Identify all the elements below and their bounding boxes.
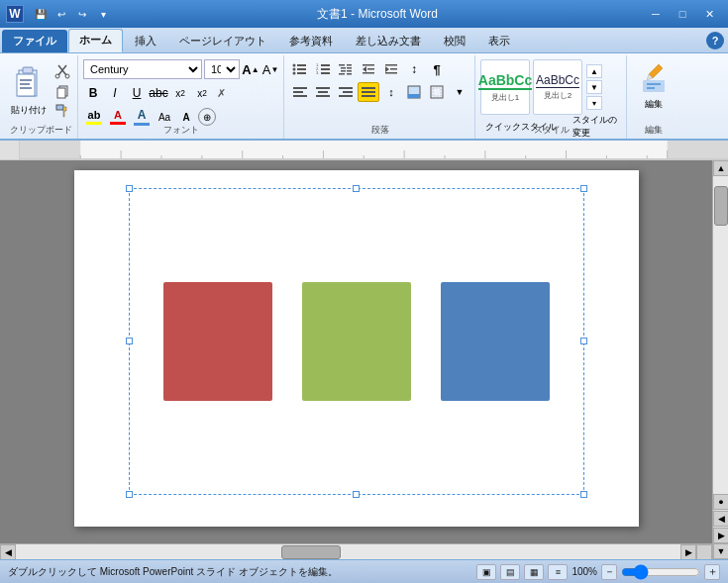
save-quick-btn[interactable]: 💾 [32, 6, 50, 22]
copy-button[interactable] [52, 82, 73, 100]
scroll-prev-page-button[interactable]: ◀ [713, 511, 728, 527]
para-row1: 1.2.3. ↕ ¶ [289, 59, 470, 79]
tab-file[interactable]: ファイル [2, 30, 67, 52]
minimize-button[interactable]: ─ [643, 4, 669, 24]
scroll-select-browse-object-button[interactable]: ● [713, 494, 728, 510]
increase-indent-button[interactable] [380, 59, 402, 79]
view-fullscreen-button[interactable]: ▤ [500, 564, 520, 580]
underline-button[interactable]: U [127, 83, 147, 103]
svg-rect-38 [390, 68, 397, 70]
bold-button[interactable]: B [83, 83, 103, 103]
paragraph-group: 1.2.3. ↕ ¶ [285, 55, 475, 139]
scroll-left-button[interactable]: ◀ [0, 544, 16, 560]
maximize-button[interactable]: □ [670, 4, 695, 24]
editing-button[interactable]: 編集 [632, 57, 676, 113]
align-right-button[interactable] [335, 82, 357, 102]
bullet-list-button[interactable] [289, 59, 311, 79]
multilevel-list-button[interactable] [335, 59, 357, 79]
shading-button[interactable] [403, 82, 425, 102]
undo-quick-btn[interactable]: ↩ [52, 6, 70, 22]
svg-rect-45 [316, 95, 330, 97]
zoom-level-text: 100% [572, 566, 597, 577]
align-left-button[interactable] [289, 82, 311, 102]
svg-rect-42 [293, 95, 307, 97]
scroll-next-page-button[interactable]: ▶ [713, 528, 728, 543]
svg-rect-24 [339, 64, 345, 66]
quick-style-1[interactable]: AaBbCc 見出し1 [480, 59, 530, 115]
strikethrough-button[interactable]: abc [149, 83, 168, 103]
view-web-button[interactable]: ▦ [524, 564, 544, 580]
styles-group: AaBbCc 見出し1 AaBbCc 見出し2 ▲ ▼ ▾ クイックスタイル ス… [476, 55, 627, 139]
svg-rect-1 [23, 67, 33, 73]
tab-mailings[interactable]: 差し込み文書 [345, 30, 432, 52]
font-row1: Century 10 A▲ A▼ [83, 59, 279, 79]
vertical-scroll-track[interactable] [713, 176, 728, 494]
show-hide-button[interactable]: ¶ [426, 59, 448, 79]
shapes-container [129, 188, 584, 495]
svg-rect-51 [362, 95, 375, 97]
scroll-up-button[interactable]: ▲ [713, 160, 728, 176]
svg-rect-43 [316, 87, 330, 89]
svg-marker-36 [385, 66, 389, 72]
paragraph-expand-button[interactable]: ▼ [449, 82, 470, 102]
styles-gallery: AaBbCc 見出し1 AaBbCc 見出し2 [480, 59, 582, 115]
svg-rect-40 [293, 87, 307, 89]
status-bar: ダブルクリックして Microsoft PowerPoint スライド オブジェ… [0, 559, 728, 583]
view-print-button[interactable]: ▣ [476, 564, 496, 580]
svg-rect-49 [362, 87, 375, 89]
close-button[interactable]: ✕ [696, 4, 722, 24]
svg-rect-21 [321, 64, 330, 66]
decrease-font-size-button[interactable]: A▼ [261, 60, 279, 78]
line-spacing-button[interactable]: ↕ [380, 82, 402, 102]
scroll-down-button[interactable]: ▼ [713, 543, 728, 559]
quick-style-2[interactable]: AaBbCc 見出し2 [533, 59, 582, 115]
red-rectangle [163, 282, 272, 401]
format-painter-button[interactable] [52, 102, 73, 120]
main-area: ◀ ▶ ▲ ● ◀ ▶ ▼ [0, 160, 728, 559]
green-rectangle [302, 282, 411, 401]
svg-rect-23 [321, 72, 330, 74]
zoom-slider[interactable] [621, 566, 700, 578]
view-draft-button[interactable]: ≡ [548, 564, 568, 580]
styles-scroll-up[interactable]: ▲ [586, 64, 602, 78]
horizontal-scroll-track[interactable] [16, 544, 680, 560]
clear-format-button[interactable]: ✗ [214, 83, 234, 103]
redo-quick-btn[interactable]: ↪ [73, 6, 91, 22]
styles-scroll-more[interactable]: ▾ [586, 96, 602, 110]
zoom-minus-button[interactable]: － [601, 564, 617, 580]
styles-scroll-down[interactable]: ▼ [586, 80, 602, 94]
scroll-right-button[interactable]: ▶ [680, 544, 696, 560]
svg-rect-31 [347, 73, 352, 75]
align-center-button[interactable] [312, 82, 334, 102]
numbered-list-button[interactable]: 1.2.3. [312, 59, 334, 79]
italic-button[interactable]: I [105, 83, 125, 103]
qa-dropdown-btn[interactable]: ▾ [94, 6, 112, 22]
tab-pagelayout[interactable]: ページレイアウト [168, 30, 277, 52]
horizontal-ruler [20, 141, 728, 159]
paste-button[interactable]: 貼り付け [8, 61, 50, 121]
paste-label: 貼り付け [11, 104, 47, 117]
superscript-button[interactable]: x2 [192, 83, 212, 103]
align-justify-button[interactable] [358, 82, 379, 102]
font-name-select[interactable]: Century [83, 59, 202, 79]
subscript-button[interactable]: x2 [170, 83, 190, 103]
tab-view[interactable]: 表示 [477, 30, 521, 52]
tab-references[interactable]: 参考資料 [278, 30, 344, 52]
ruler-area [0, 141, 728, 160]
cut-button[interactable] [52, 62, 73, 80]
help-button[interactable]: ? [706, 32, 724, 49]
decrease-indent-button[interactable] [358, 59, 379, 79]
sort-button[interactable]: ↕ [403, 59, 425, 79]
tab-review[interactable]: 校閲 [433, 30, 476, 52]
increase-font-size-button[interactable]: A▲ [242, 60, 260, 78]
tab-insert[interactable]: 挿入 [124, 30, 167, 52]
tab-home[interactable]: ホーム [68, 29, 123, 52]
font-size-select[interactable]: 10 [204, 59, 240, 79]
svg-marker-32 [363, 66, 366, 72]
border-button[interactable] [426, 82, 448, 102]
zoom-plus-button[interactable]: ＋ [704, 564, 720, 580]
svg-rect-34 [367, 68, 374, 70]
font-group: Century 10 A▲ A▼ B I U abc x2 x2 ✗ [79, 55, 284, 139]
horizontal-scroll-thumb[interactable] [281, 545, 341, 559]
vertical-scroll-thumb[interactable] [714, 186, 728, 226]
